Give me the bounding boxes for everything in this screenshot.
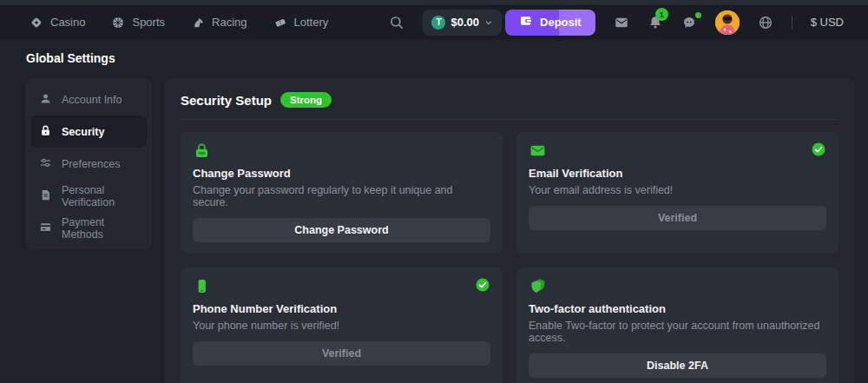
- avatar-image: [715, 10, 740, 35]
- balance-amount: $0.00: [450, 16, 479, 29]
- chevron-down-icon: [484, 18, 493, 27]
- panel-title: Security Setup: [181, 93, 272, 108]
- primary-nav: Casino Sports Racing Lottery: [30, 16, 328, 30]
- email-verified-button: Verified: [529, 206, 826, 230]
- mail-icon: [614, 15, 629, 30]
- sidebar-item-label: Account Info: [62, 94, 122, 106]
- card-title: Change Password: [193, 167, 490, 180]
- disable-2fa-button[interactable]: Disable 2FA: [529, 353, 826, 378]
- card-change-password: Change Password Change your password reg…: [181, 132, 503, 254]
- notifications-button[interactable]: 1: [648, 15, 663, 30]
- user-icon: [39, 92, 52, 108]
- sidebar-item-payment-methods[interactable]: Payment Methods: [31, 212, 147, 244]
- page-title: Global Settings: [26, 51, 854, 65]
- top-navbar: Casino Sports Racing Lottery: [0, 5, 868, 39]
- nav-item-lottery[interactable]: Lottery: [273, 16, 329, 30]
- document-icon: [39, 188, 52, 204]
- nav-label: Lottery: [294, 16, 329, 29]
- verified-check-icon: [811, 142, 826, 157]
- messages-button[interactable]: [614, 15, 629, 30]
- card-description: Enable Two-factor to protect your accoun…: [529, 320, 826, 344]
- user-avatar[interactable]: [715, 10, 740, 35]
- sidebar-item-label: Preferences: [62, 158, 120, 170]
- chat-online-dot: [695, 12, 701, 18]
- wallet-icon: [519, 14, 533, 30]
- basketball-icon: [111, 16, 125, 30]
- settings-page: Global Settings Account Info Security: [0, 39, 868, 383]
- navbar-divider: [792, 16, 792, 30]
- sidebar-item-label: Personal Verification: [62, 184, 139, 208]
- search-icon: [389, 15, 404, 30]
- currency-selector[interactable]: $ USD: [811, 16, 844, 29]
- card-title: Two-factor authentication: [529, 302, 826, 315]
- nav-label: Sports: [132, 16, 165, 29]
- card-two-factor: Two-factor authentication Enable Two-fac…: [516, 267, 838, 383]
- ticket-icon: [273, 16, 287, 30]
- globe-icon: [758, 15, 773, 30]
- sidebar-item-security[interactable]: Security: [31, 116, 147, 148]
- nav-label: Racing: [212, 16, 247, 29]
- settings-sidebar: Account Info Security Preferences: [26, 78, 152, 249]
- security-setup-panel: Security Setup Strong Change Password Ch…: [165, 78, 854, 383]
- sidebar-item-label: Payment Methods: [62, 216, 139, 241]
- lock-icon: [39, 124, 52, 140]
- header-divider: [181, 119, 838, 120]
- casino-icon: [30, 16, 43, 30]
- card-title: Phone Number Verification: [193, 302, 490, 315]
- sidebar-item-account-info[interactable]: Account Info: [31, 83, 147, 116]
- sidebar-item-preferences[interactable]: Preferences: [31, 148, 147, 180]
- balance-selector[interactable]: T $0.00: [423, 10, 502, 36]
- nav-item-casino[interactable]: Casino: [30, 16, 85, 30]
- nav-label: Casino: [50, 16, 85, 29]
- change-password-button[interactable]: Change Password: [193, 218, 490, 242]
- credit-card-icon: [39, 221, 52, 236]
- verified-check-icon: [475, 277, 490, 293]
- deposit-label: Deposit: [540, 16, 582, 29]
- app-screen: Casino Sports Racing Lottery: [0, 0, 868, 383]
- navbar-actions: T $0.00 Deposit: [389, 10, 844, 36]
- horse-icon: [191, 16, 205, 30]
- nav-item-sports[interactable]: Sports: [111, 16, 165, 30]
- nav-item-racing[interactable]: Racing: [191, 16, 247, 30]
- card-description: Change your password regularly to keep i…: [193, 184, 490, 208]
- green-envelope-icon: [529, 142, 547, 160]
- card-email-verification: Email Verification Your email address is…: [516, 132, 838, 254]
- wallet-group: T $0.00 Deposit: [423, 10, 595, 36]
- deposit-button[interactable]: Deposit: [505, 10, 595, 36]
- green-phone-icon: [193, 277, 211, 295]
- card-phone-verification: Phone Number Verification Your phone num…: [181, 267, 503, 383]
- security-cards-grid: Change Password Change your password reg…: [181, 132, 838, 383]
- phone-verified-button: Verified: [193, 341, 490, 366]
- card-title: Email Verification: [529, 167, 826, 180]
- search-button[interactable]: [389, 15, 404, 30]
- sliders-icon: [39, 156, 52, 172]
- card-description: Your phone number is verified!: [193, 320, 490, 332]
- card-description: Your email address is verified!: [529, 184, 826, 196]
- chat-icon: [681, 15, 697, 30]
- chat-button[interactable]: [681, 15, 697, 30]
- panel-header: Security Setup Strong: [181, 92, 838, 108]
- sidebar-item-label: Security: [62, 126, 104, 138]
- green-shields-icon: [529, 277, 547, 295]
- language-button[interactable]: [758, 15, 773, 30]
- green-padlock-icon: [193, 142, 211, 160]
- tether-token-icon: T: [431, 16, 445, 30]
- sidebar-item-personal-verification[interactable]: Personal Verification: [31, 180, 147, 212]
- strength-badge: Strong: [280, 92, 332, 108]
- notification-count-badge: 1: [655, 8, 668, 21]
